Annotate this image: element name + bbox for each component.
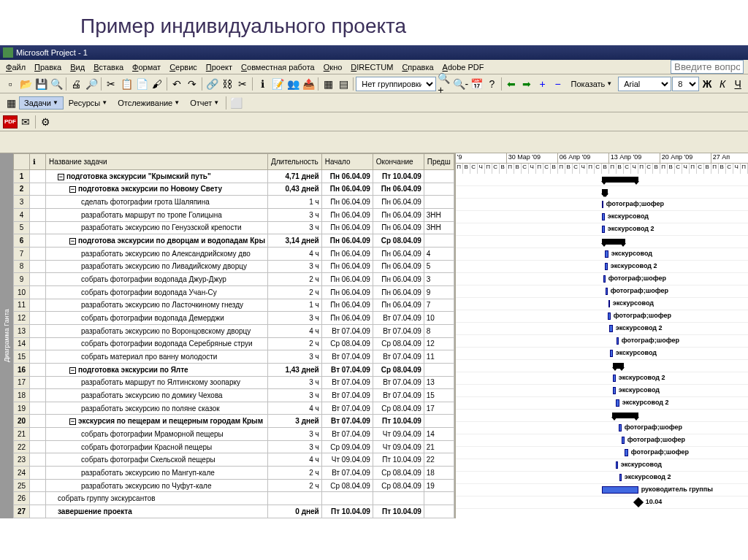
- task-bar[interactable]: [625, 449, 628, 456]
- task-bar[interactable]: [605, 263, 608, 270]
- rowid-header[interactable]: [14, 154, 30, 170]
- task-bar[interactable]: [602, 486, 638, 494]
- task-bar[interactable]: [608, 312, 611, 320]
- publish-icon[interactable]: 📤: [301, 76, 316, 92]
- gantt-row[interactable]: [456, 360, 748, 372]
- gantt-row[interactable]: экскурсовод: [456, 248, 748, 261]
- menu-вид[interactable]: Вид: [66, 61, 89, 73]
- gantt-row[interactable]: экскурсовод 2: [456, 323, 748, 335]
- task-row[interactable]: 21собрать фотографии Мраморной пещеры3 ч…: [14, 428, 454, 441]
- gantt-row[interactable]: фотограф;шофер: [456, 447, 748, 459]
- gantt-row[interactable]: 10.04: [456, 496, 748, 509]
- gantt-row[interactable]: фотограф;шофер: [456, 434, 748, 447]
- assign-icon[interactable]: 👥: [286, 76, 300, 92]
- task-row[interactable]: 13разработать экскурсию по Воронцовскому…: [14, 324, 454, 337]
- gantt-row[interactable]: [456, 410, 748, 422]
- start-header[interactable]: Начало: [321, 154, 373, 170]
- task-row[interactable]: 20−экскурсия по пещерам и пещерным город…: [14, 415, 454, 428]
- task-row[interactable]: 27завершение проекта0 днейПт 10.04.09Пт …: [14, 505, 454, 518]
- menu-сервис[interactable]: Сервис: [165, 61, 202, 73]
- gantt-row[interactable]: экскурсовод: [456, 459, 748, 472]
- task-bar[interactable]: [602, 201, 603, 208]
- gantt-row[interactable]: фотограф;шофер: [456, 273, 748, 285]
- table-icon[interactable]: ▦: [3, 95, 19, 111]
- misc-icon[interactable]: ⬜: [228, 95, 244, 111]
- task-bar[interactable]: [602, 226, 605, 233]
- goto-icon[interactable]: 📅: [469, 76, 484, 92]
- preview-icon[interactable]: 🔎: [84, 76, 99, 92]
- group2-icon[interactable]: ▤: [336, 76, 351, 92]
- gantt-row[interactable]: фотограф;шофер: [456, 285, 748, 298]
- task-row[interactable]: 5разработать экскурсию по Генуэзской кре…: [14, 221, 454, 234]
- help-search-input[interactable]: [671, 60, 744, 74]
- task-row[interactable]: 12собрать фотографии водопада Демерджи3 …: [14, 312, 454, 325]
- info-icon[interactable]: ℹ: [255, 76, 270, 92]
- unlink-icon[interactable]: ⛓: [220, 76, 234, 92]
- task-bar[interactable]: [613, 375, 616, 382]
- menu-справка[interactable]: Справка: [397, 61, 438, 73]
- new-icon[interactable]: ▫: [3, 76, 18, 92]
- gantt-row[interactable]: фотограф;шофер: [456, 335, 748, 348]
- task-row[interactable]: 4разработать маршрут по тропе Голицына3 …: [14, 208, 454, 221]
- menu-directum[interactable]: DIRECTUM: [346, 61, 397, 73]
- gantt-row[interactable]: экскурсовод 2: [456, 372, 748, 385]
- help-icon[interactable]: ?: [484, 76, 499, 92]
- menu-файл[interactable]: Файл: [1, 61, 30, 73]
- gantt-row[interactable]: фотограф;шофер: [456, 310, 748, 323]
- redo-icon[interactable]: ↷: [185, 76, 199, 92]
- name-header[interactable]: Название задачи: [46, 154, 268, 170]
- gantt-row[interactable]: экскурсовод: [456, 211, 748, 223]
- task-row[interactable]: 19разработать экскурсию по поляне сказок…: [14, 402, 454, 415]
- collapse-icon[interactable]: −: [69, 238, 76, 245]
- task-row[interactable]: 18разработать экскурсию по домику Чехова…: [14, 389, 454, 402]
- italic-icon[interactable]: К: [715, 76, 730, 92]
- task-bar[interactable]: [610, 350, 613, 357]
- size-dropdown[interactable]: 8: [672, 77, 699, 91]
- indent-icon[interactable]: ➡: [519, 76, 534, 92]
- search-icon[interactable]: 🔍: [49, 76, 64, 92]
- group-icon[interactable]: ▦: [321, 76, 335, 92]
- task-row[interactable]: 25разработать экскурсию по Чуфут-кале2 ч…: [14, 479, 454, 492]
- pred-header[interactable]: Предш: [424, 154, 454, 170]
- gantt-row[interactable]: экскурсовод 2: [456, 397, 748, 410]
- pdf-icon[interactable]: PDF: [3, 115, 18, 129]
- note-icon[interactable]: 📝: [270, 76, 285, 92]
- task-bar[interactable]: [616, 399, 619, 407]
- gantt-row[interactable]: фотограф;шофер: [456, 422, 748, 434]
- bold-icon[interactable]: Ж: [700, 76, 714, 92]
- gantt-row[interactable]: фотограф;шофер: [456, 199, 748, 211]
- gantt-row[interactable]: экскурсовод: [456, 298, 748, 310]
- plus-icon[interactable]: +: [535, 76, 549, 92]
- task-row[interactable]: 23собрать фотографи Скельской пещеры4 чЧ…: [14, 453, 454, 467]
- pdf-config-icon[interactable]: ⚙: [37, 114, 53, 130]
- zoom-in-icon[interactable]: 🔍+: [437, 76, 451, 92]
- task-bar[interactable]: [609, 325, 613, 332]
- task-bar[interactable]: [603, 275, 606, 283]
- task-row[interactable]: 24разработать экскурсию по Мангуп-кале2 …: [14, 467, 454, 480]
- format-painter-icon[interactable]: 🖌: [150, 76, 164, 92]
- zoom-out-icon[interactable]: 🔍-: [452, 76, 468, 92]
- task-bar[interactable]: [613, 387, 616, 394]
- paste-icon[interactable]: 📄: [134, 76, 149, 92]
- task-bar[interactable]: [619, 474, 622, 481]
- font-dropdown[interactable]: Arial: [618, 77, 671, 91]
- task-bar[interactable]: [602, 213, 605, 220]
- task-bar[interactable]: [617, 337, 619, 345]
- grouping-dropdown[interactable]: Нет группировки: [356, 77, 436, 91]
- task-row[interactable]: 26собрать группу экскурсантов: [14, 492, 454, 505]
- tasks-button[interactable]: Задачи▼: [19, 96, 64, 110]
- report-button[interactable]: Отчет▼: [185, 96, 224, 110]
- task-row[interactable]: 15собрать материал про ванну молодости3 …: [14, 350, 454, 364]
- menu-проект[interactable]: Проект: [202, 61, 237, 73]
- underline-icon[interactable]: Ч: [730, 76, 745, 92]
- task-row[interactable]: 10собрать фотографии водопада Учан-Су2 ч…: [14, 285, 454, 299]
- task-row[interactable]: 22собрать фотографии Красной пещеры3 чСр…: [14, 440, 454, 453]
- outdent-icon[interactable]: ⬅: [504, 76, 519, 92]
- minus-icon[interactable]: −: [551, 76, 565, 92]
- menu-вставка[interactable]: Вставка: [89, 61, 128, 73]
- task-bar[interactable]: [619, 424, 622, 431]
- task-row[interactable]: 7разработать экскурсию по Александрийско…: [14, 247, 454, 260]
- gantt-row[interactable]: экскурсовод: [456, 348, 748, 360]
- task-row[interactable]: 11разработать экскурсию по Ласточкиному …: [14, 299, 454, 312]
- pdf-mail-icon[interactable]: ✉: [18, 114, 34, 130]
